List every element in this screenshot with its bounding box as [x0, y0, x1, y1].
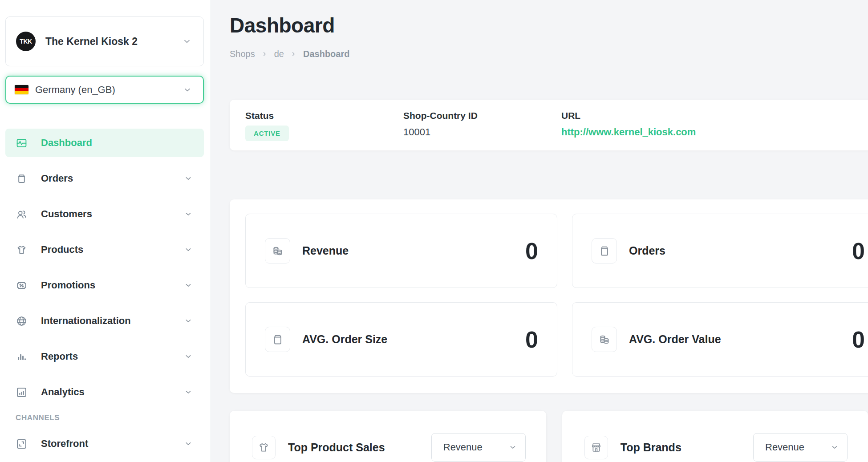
- sidebar-item-label: Analytics: [41, 386, 85, 398]
- main-content: Dashboard Shops de Dashboard Status ACTI…: [211, 0, 868, 462]
- dashboard-icon: [16, 137, 28, 149]
- chevron-right-icon: [290, 51, 297, 57]
- sidebar-item-customers[interactable]: Customers: [5, 200, 204, 228]
- panel-title: Top Product Sales: [288, 441, 385, 454]
- breadcrumb-shops[interactable]: Shops: [230, 49, 255, 59]
- customers-icon: [16, 208, 28, 220]
- shop-country-id-field: Shop-Country ID 10001: [403, 110, 561, 150]
- metric-label: Orders: [629, 244, 665, 257]
- globe-icon: [16, 315, 28, 327]
- breadcrumb-de[interactable]: de: [274, 49, 284, 59]
- sidebar-item-orders[interactable]: Orders: [5, 164, 204, 193]
- shop-country-id-label: Shop-Country ID: [403, 110, 561, 121]
- chevron-down-icon: [184, 316, 193, 325]
- chevron-right-icon: [261, 51, 268, 57]
- status-badge: ACTIVE: [245, 126, 289, 141]
- shop-url-link[interactable]: http://www.kernel_kiosk.com: [561, 126, 696, 138]
- url-label: URL: [561, 110, 696, 121]
- bottom-panels: Top Product Sales Revenue Top Brands Rev…: [230, 411, 868, 462]
- status-field: Status ACTIVE: [245, 110, 403, 150]
- chevron-down-icon: [184, 281, 193, 290]
- bar-chart-icon: [16, 351, 28, 363]
- chevron-down-icon: [182, 36, 192, 46]
- metric-card-avg-order-value: AVG. Order Value 0: [572, 302, 868, 377]
- chevron-down-icon: [184, 352, 193, 361]
- sidebar-item-label: Products: [41, 244, 83, 255]
- coins-icon: [592, 327, 617, 352]
- sidebar-item-label: Orders: [41, 173, 73, 184]
- metrics-panel: Revenue 0 Orders 0 AVG. Order Size 0: [230, 199, 868, 393]
- metric-label: AVG. Order Value: [629, 333, 721, 346]
- sidebar-item-dashboard[interactable]: Dashboard: [5, 129, 204, 157]
- metric-value: 0: [525, 238, 538, 264]
- status-label: Status: [245, 110, 403, 121]
- shop-info-card: Status ACTIVE Shop-Country ID 10001 URL …: [230, 100, 868, 150]
- metric-label: Revenue: [302, 244, 349, 257]
- promotion-ticket-icon: [16, 280, 28, 292]
- sidebar-item-internationalization[interactable]: Internationalization: [5, 307, 204, 335]
- sidebar-item-label: Internationalization: [41, 315, 131, 327]
- sidebar: TKK The Kernel Kiosk 2 Germany (en_GB) D…: [0, 0, 211, 462]
- chevron-down-icon: [184, 174, 193, 183]
- chevron-down-icon: [508, 443, 517, 452]
- sidebar-item-label: Reports: [41, 351, 78, 362]
- tshirt-icon: [252, 436, 276, 459]
- metric-value: 0: [852, 326, 865, 353]
- orders-bag-icon: [265, 327, 290, 352]
- locale-selector[interactable]: Germany (en_GB): [5, 76, 204, 104]
- top-brands-panel: Top Brands Revenue: [562, 411, 868, 462]
- sidebar-item-reports[interactable]: Reports: [5, 342, 204, 371]
- chevron-down-icon: [183, 85, 192, 95]
- top-brands-sort-select[interactable]: Revenue: [753, 433, 848, 462]
- tshirt-icon: [16, 244, 28, 256]
- top-product-sales-sort-select[interactable]: Revenue: [431, 433, 526, 462]
- coins-icon: [265, 238, 290, 263]
- url-field: URL http://www.kernel_kiosk.com: [561, 110, 696, 150]
- shop-avatar: TKK: [16, 32, 36, 51]
- shop-selector[interactable]: TKK The Kernel Kiosk 2: [5, 16, 204, 66]
- metric-card-orders: Orders 0: [572, 214, 868, 288]
- sidebar-item-label: Customers: [41, 208, 92, 220]
- metric-label: AVG. Order Size: [302, 333, 387, 346]
- analytics-box-icon: [16, 386, 28, 398]
- sidebar-item-label: Dashboard: [41, 137, 92, 149]
- metric-value: 0: [852, 238, 865, 264]
- chevron-down-icon: [184, 439, 193, 448]
- shop-name: The Kernel Kiosk 2: [45, 36, 138, 48]
- store-icon: [584, 436, 608, 459]
- sidebar-item-products[interactable]: Products: [5, 235, 204, 264]
- orders-bag-icon: [16, 173, 28, 185]
- sidebar-item-storefront[interactable]: Storefront: [5, 430, 204, 458]
- sidebar-item-analytics[interactable]: Analytics: [5, 378, 204, 406]
- sort-select-value: Revenue: [765, 442, 804, 453]
- sidebar-item-label: Promotions: [41, 280, 95, 291]
- page-title: Dashboard: [230, 13, 868, 37]
- sort-select-value: Revenue: [443, 442, 483, 453]
- sidebar-item-promotions[interactable]: Promotions: [5, 271, 204, 300]
- breadcrumb: Shops de Dashboard: [230, 49, 868, 59]
- shop-country-id-value: 10001: [403, 126, 561, 138]
- channels-section-label: CHANNELS: [16, 413, 204, 422]
- metric-value: 0: [525, 326, 538, 353]
- panel-title: Top Brands: [621, 441, 681, 454]
- locale-label: Germany (en_GB): [35, 84, 115, 96]
- chevron-down-icon: [184, 210, 193, 219]
- breadcrumb-current: Dashboard: [303, 49, 349, 59]
- storefront-icon: [16, 438, 28, 450]
- germany-flag-icon: [15, 85, 28, 94]
- sidebar-nav: Dashboard Orders Customers Product: [5, 129, 204, 458]
- sidebar-item-label: Storefront: [41, 438, 88, 450]
- chevron-down-icon: [184, 245, 193, 254]
- metric-card-revenue: Revenue 0: [245, 214, 557, 288]
- chevron-down-icon: [184, 388, 193, 397]
- chevron-down-icon: [830, 443, 839, 452]
- metric-card-avg-order-size: AVG. Order Size 0: [245, 302, 557, 377]
- top-product-sales-panel: Top Product Sales Revenue: [230, 411, 546, 462]
- orders-bag-icon: [592, 238, 617, 263]
